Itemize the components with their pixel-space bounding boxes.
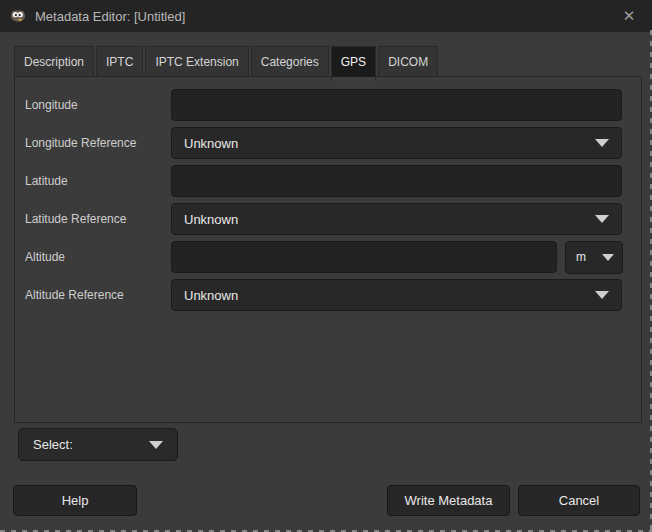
tab-gps[interactable]: GPS <box>331 46 376 77</box>
longitude-reference-label: Longitude Reference <box>25 136 171 150</box>
latitude-reference-row: Latitude Reference Unknown <box>25 203 622 235</box>
metadata-tab-bar: Description IPTC IPTC Extension Categori… <box>14 46 438 76</box>
altitude-label: Altitude <box>25 250 171 264</box>
select-dropdown-label: Select: <box>33 437 149 452</box>
longitude-reference-row: Longitude Reference Unknown <box>25 127 622 159</box>
latitude-reference-dropdown[interactable]: Unknown <box>171 203 622 235</box>
altitude-row: Altitude m <box>25 241 622 273</box>
altitude-reference-value: Unknown <box>184 288 595 303</box>
tab-iptc[interactable]: IPTC <box>96 46 143 76</box>
altitude-unit-dropdown[interactable]: m <box>565 241 623 274</box>
longitude-row: Longitude <box>25 89 622 121</box>
write-metadata-button[interactable]: Write Metadata <box>387 485 510 516</box>
tab-dicom[interactable]: DICOM <box>378 46 438 76</box>
latitude-row: Latitude <box>25 165 622 197</box>
tab-iptc-extension[interactable]: IPTC Extension <box>145 46 248 76</box>
metadata-editor-dialog: Metadata Editor: [Untitled] ✕ Descriptio… <box>0 0 652 532</box>
latitude-input[interactable] <box>171 165 622 197</box>
gps-tab-panel: Longitude Longitude Reference Unknown La… <box>14 76 642 423</box>
altitude-input[interactable] <box>171 241 557 273</box>
latitude-reference-value: Unknown <box>184 212 595 227</box>
longitude-reference-dropdown[interactable]: Unknown <box>171 127 622 159</box>
tab-categories[interactable]: Categories <box>251 46 329 76</box>
altitude-reference-label: Altitude Reference <box>25 288 171 302</box>
chevron-down-icon <box>595 291 609 299</box>
longitude-input[interactable] <box>171 89 622 121</box>
altitude-unit-value: m <box>574 250 602 264</box>
chevron-down-icon <box>149 441 163 449</box>
tab-description[interactable]: Description <box>14 46 94 76</box>
window-title: Metadata Editor: [Untitled] <box>35 9 185 24</box>
chevron-down-icon <box>595 139 609 147</box>
close-icon[interactable]: ✕ <box>606 0 652 32</box>
longitude-label: Longitude <box>25 98 171 112</box>
altitude-reference-dropdown[interactable]: Unknown <box>171 279 622 311</box>
gimp-wilber-icon <box>9 8 27 24</box>
chevron-down-icon <box>595 215 609 223</box>
chevron-down-icon <box>602 254 614 261</box>
altitude-reference-row: Altitude Reference Unknown <box>25 279 622 311</box>
latitude-label: Latitude <box>25 174 171 188</box>
latitude-reference-label: Latitude Reference <box>25 212 171 226</box>
titlebar[interactable]: Metadata Editor: [Untitled] ✕ <box>0 0 652 32</box>
cancel-button[interactable]: Cancel <box>518 485 640 516</box>
longitude-reference-value: Unknown <box>184 136 595 151</box>
select-dropdown[interactable]: Select: <box>18 428 178 461</box>
help-button[interactable]: Help <box>13 485 137 516</box>
